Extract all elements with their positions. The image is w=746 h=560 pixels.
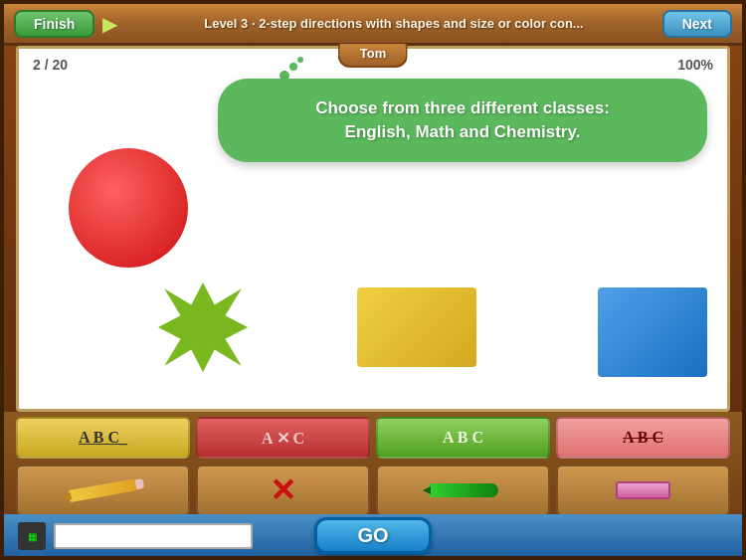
thought-dot-3 [297, 57, 303, 63]
eraser-tool[interactable] [556, 465, 730, 516]
delete-icon: ✕ [270, 471, 296, 509]
abc-button-2[interactable]: A ✕ C [196, 417, 370, 459]
abc-buttons-row: A B C_ A ✕ C A B C A B C [16, 417, 730, 459]
speech-bubble: Choose from three different classes: Eng… [218, 79, 707, 162]
pencil-tool[interactable] [16, 465, 190, 516]
level-label: Level 3 · 2-step directions with shapes … [125, 16, 661, 31]
abc-label-4: A B C [623, 429, 663, 447]
thought-dot-2 [289, 63, 297, 71]
score-counter: 2 / 20 [33, 57, 68, 73]
top-bar: Finish ▶ Level 3 · 2-step directions wit… [4, 4, 742, 46]
abc-label-3: A B C [443, 429, 483, 447]
text-input[interactable] [54, 523, 253, 549]
abc-label-1: A B C_ [79, 429, 127, 447]
whiteboard: 2 / 20 100% Choose from three different … [16, 46, 730, 412]
marker-tool[interactable] [376, 465, 550, 516]
abc-button-4[interactable]: A B C [556, 417, 730, 459]
user-tab: Tom [338, 44, 408, 68]
shape-blue-rectangle[interactable] [598, 287, 707, 377]
calculator-icon[interactable]: ▦ [18, 522, 46, 550]
app-frame: Finish ▶ Level 3 · 2-step directions wit… [0, 0, 746, 560]
tools-row: ✕ [16, 465, 730, 516]
bubble-line1: Choose from three different classes: [315, 98, 610, 117]
delete-tool[interactable]: ✕ [196, 465, 370, 516]
finish-button[interactable]: Finish [14, 10, 94, 38]
bottom-bar: ▦ GO [4, 514, 742, 556]
shape-red-circle[interactable] [69, 148, 188, 268]
abc-label-2: A ✕ C [262, 429, 304, 448]
score-percent: 100% [677, 57, 713, 73]
refresh-icon[interactable]: ▶ [102, 12, 117, 36]
eraser-icon [616, 481, 670, 499]
bottom-area: A B C_ A ✕ C A B C A B C ✕ [4, 412, 742, 556]
shape-green-star[interactable] [158, 282, 248, 372]
go-button[interactable]: GO [314, 517, 431, 554]
pencil-icon [68, 478, 138, 502]
shape-yellow-rectangle[interactable] [357, 287, 476, 367]
next-button[interactable]: Next [662, 10, 732, 38]
abc-button-3[interactable]: A B C [376, 417, 550, 459]
marker-icon [429, 483, 498, 497]
abc-button-1[interactable]: A B C_ [16, 417, 190, 459]
bubble-line2: English, Math and Chemistry. [345, 122, 581, 141]
